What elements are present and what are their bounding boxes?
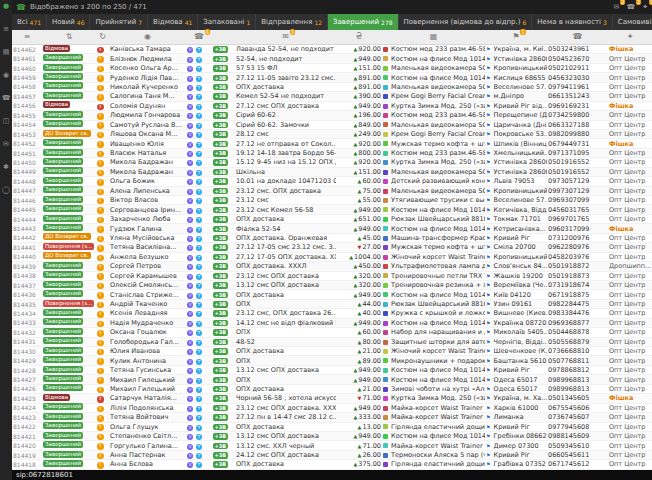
- viber-icon[interactable]: V: [187, 132, 193, 138]
- status-badge[interactable]: Завершений: [43, 196, 83, 203]
- status-badge[interactable]: Завершений: [43, 262, 83, 269]
- table-row[interactable]: 814436 Завершений ! Станіслав Стриже... …: [12, 290, 652, 299]
- tab[interactable]: Повернення (відмова до відпр.)6: [399, 14, 533, 30]
- status-badge[interactable]: ДО Возврат св.: [43, 233, 91, 240]
- alert-icon[interactable]: !: [97, 122, 104, 129]
- viber-icon[interactable]: V: [187, 434, 193, 440]
- viber-icon[interactable]: V: [187, 104, 193, 110]
- status-badge[interactable]: Завершений: [43, 422, 83, 429]
- callback-badge[interactable]: +ЗВ: [213, 329, 228, 336]
- clients-icon[interactable]: ◉: [3, 72, 9, 79]
- viber-icon[interactable]: V: [187, 359, 193, 365]
- viber-icon[interactable]: V: [187, 453, 193, 459]
- telegram-icon[interactable]: T: [196, 444, 202, 450]
- callback-badge[interactable]: +ЗВ: [213, 282, 228, 289]
- viber-icon[interactable]: V: [187, 378, 193, 384]
- viber-icon[interactable]: V: [187, 47, 193, 53]
- callback-badge[interactable]: +ЗВ: [213, 93, 228, 100]
- alert-icon[interactable]: !: [97, 245, 104, 252]
- callback-badge[interactable]: +ЗВ: [213, 188, 228, 195]
- status-badge[interactable]: Завершений: [43, 318, 83, 325]
- viber-icon[interactable]: V: [187, 283, 193, 289]
- mail-icon[interactable]: ✉2: [614, 3, 620, 11]
- status-badge[interactable]: ДО Возврат св.: [43, 130, 91, 137]
- table-row[interactable]: 814459 Завершений ! Руденко Лідія Пав...…: [12, 73, 652, 82]
- stats-icon[interactable]: ◫: [3, 118, 10, 125]
- calls-icon[interactable]: ☎: [2, 95, 11, 102]
- table-row[interactable]: 814422 Завершений ! Ольга Глущук V T +ЗВ…: [12, 423, 652, 432]
- callback-badge[interactable]: +ЗВ: [213, 131, 228, 138]
- viber-icon[interactable]: V: [187, 387, 193, 393]
- alert-icon[interactable]: !: [97, 132, 104, 139]
- tab[interactable]: Відмова41: [148, 14, 198, 30]
- status-badge[interactable]: Завершений: [43, 413, 83, 420]
- telegram-icon[interactable]: T: [196, 340, 202, 346]
- money-icon[interactable]: ₴: [356, 33, 362, 41]
- status-badge[interactable]: Завершений: [43, 309, 83, 316]
- viber-icon[interactable]: V: [187, 425, 193, 431]
- viber-icon[interactable]: V: [187, 142, 193, 148]
- callback-badge[interactable]: +ЗВ: [213, 358, 228, 365]
- table-row[interactable]: 814435 Повернення (з... ! Андрій Ткаченк…: [12, 300, 652, 309]
- table-row[interactable]: 814419 Завершений ! Анна Пастернак V T +…: [12, 451, 652, 460]
- alert-icon[interactable]: !: [97, 75, 104, 82]
- telegram-icon[interactable]: T: [196, 396, 202, 402]
- table-row[interactable]: 814430 Завершений ! Юлия Иванова V T +ЗВ…: [12, 347, 652, 356]
- table-row[interactable]: 814434 Завершений ! Ксенія Левадняя V T …: [12, 309, 652, 318]
- telegram-icon[interactable]: T: [196, 47, 202, 53]
- table-row[interactable]: 814433 Завершений ! Надія Мудраченко V T…: [12, 319, 652, 328]
- callback-badge[interactable]: +ЗВ: [213, 254, 228, 261]
- alert-icon[interactable]: !: [97, 406, 104, 413]
- status-badge[interactable]: Завершений: [43, 205, 83, 212]
- callback-badge[interactable]: +ЗВ: [213, 103, 228, 110]
- alert-icon[interactable]: !: [97, 217, 104, 224]
- mail-icon[interactable]: ✉: [3, 141, 9, 148]
- callback-badge[interactable]: +ЗВ: [213, 46, 228, 53]
- status-badge[interactable]: Завершений: [43, 215, 83, 222]
- alert-icon[interactable]: !: [97, 151, 104, 158]
- status-badge[interactable]: Завершений: [43, 290, 83, 297]
- tab[interactable]: Завершений278: [328, 14, 399, 30]
- alert-icon[interactable]: !: [97, 198, 104, 205]
- viber-icon[interactable]: V: [187, 85, 193, 91]
- alert-icon[interactable]: !: [97, 283, 104, 290]
- alert-icon[interactable]: !: [97, 434, 104, 441]
- sort-icon[interactable]: ⇅: [66, 33, 73, 41]
- callback-badge[interactable]: +ЗВ: [213, 75, 228, 82]
- comments-icon[interactable]: ✉3: [282, 33, 289, 41]
- alert-icon[interactable]: !: [97, 302, 104, 309]
- telegram-icon[interactable]: T: [196, 330, 202, 336]
- table-row[interactable]: 814455 Завершений ! Людмила Гончарова V …: [12, 111, 652, 120]
- callback-badge[interactable]: +ЗВ: [213, 273, 228, 280]
- alert-icon[interactable]: !: [97, 443, 104, 450]
- status-badge[interactable]: Завершений: [43, 432, 83, 439]
- alert-icon[interactable]: !: [97, 462, 104, 469]
- menu-icon[interactable]: ≡: [3, 26, 9, 33]
- table-row[interactable]: 814420 Завершений ! Горгулько Галина... …: [12, 441, 652, 450]
- telegram-icon[interactable]: T: [196, 302, 202, 308]
- callback-badge[interactable]: +ЗВ: [213, 424, 228, 431]
- telegram-icon[interactable]: T: [196, 453, 202, 459]
- callback-badge[interactable]: +ЗВ: [213, 310, 228, 317]
- callback-badge[interactable]: +ЗВ: [213, 292, 228, 299]
- table-row[interactable]: 814460 Завершений ! Косенко Ольга Ар... …: [12, 64, 652, 73]
- viber-icon[interactable]: V: [187, 330, 193, 336]
- status-badge[interactable]: Завершений: [43, 375, 83, 382]
- viber-icon[interactable]: V: [187, 293, 193, 299]
- callback-badge[interactable]: +ЗВ: [213, 301, 228, 308]
- telegram-icon[interactable]: T: [196, 425, 202, 431]
- viber-icon[interactable]: V: [187, 66, 193, 72]
- status-badge[interactable]: Завершений: [43, 73, 83, 80]
- table-row[interactable]: 814421 Завершений ! Степаненко Світл... …: [12, 432, 652, 441]
- status-badge[interactable]: Завершений: [43, 460, 83, 467]
- cart-icon[interactable]: ▦: [430, 33, 438, 41]
- table-row[interactable]: 814461 Завершений ! Блізнюк Людмила V T …: [12, 54, 652, 63]
- status-badge[interactable]: Завершений: [43, 403, 83, 410]
- alert-icon[interactable]: !: [97, 113, 104, 120]
- telegram-icon[interactable]: T: [196, 378, 202, 384]
- viber-icon[interactable]: V: [187, 227, 193, 233]
- table-row[interactable]: 814444 Завершений ! Захарченко Люба V T …: [12, 215, 652, 224]
- table-row[interactable]: 814426 Завершений ! Михаил Гилецький V T…: [12, 385, 652, 394]
- tab[interactable]: Самовивіз2: [613, 14, 652, 30]
- callback-badge[interactable]: +ЗВ: [213, 452, 228, 459]
